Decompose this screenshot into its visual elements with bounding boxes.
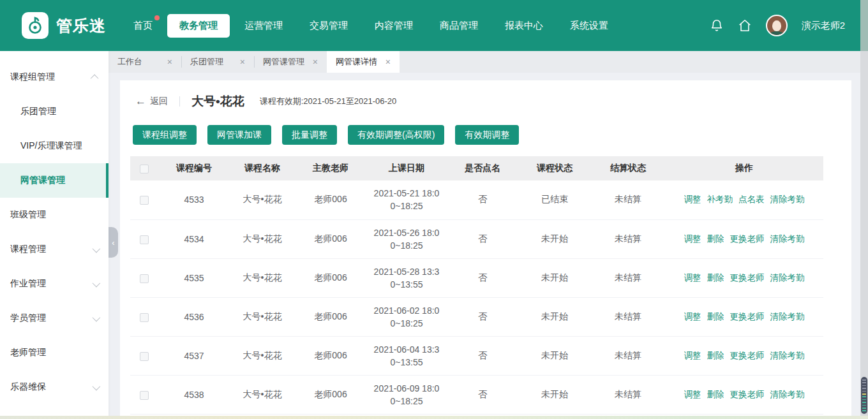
cell-course-id: 4533 — [158, 180, 230, 219]
action-link[interactable]: 补考勤 — [707, 194, 733, 205]
brand-logo[interactable] — [22, 12, 49, 39]
row-checkbox[interactable] — [140, 274, 149, 283]
action-link[interactable]: 删除 — [707, 272, 724, 284]
cell-teacher: 老师006 — [295, 336, 366, 375]
column-header: 课程名称 — [230, 156, 295, 180]
topnav-item[interactable]: 交易管理 — [297, 14, 360, 38]
action-link[interactable]: 调整 — [684, 233, 701, 245]
tab[interactable]: 乐团管理 × — [181, 51, 254, 73]
column-header: 主教老师 — [295, 156, 366, 180]
toolbar-button[interactable]: 网管课加课 — [207, 125, 271, 145]
sidebar-item[interactable]: 老师管理 — [0, 335, 108, 370]
action-link[interactable]: 调整 — [684, 272, 701, 284]
back-button[interactable]: ← 返回 — [135, 95, 168, 108]
action-link[interactable]: 清除考勤 — [770, 389, 805, 401]
cell-settlement: 未结算 — [591, 258, 665, 297]
toolbar-button[interactable]: 批量调整 — [282, 125, 337, 145]
cell-status: 未开始 — [518, 375, 591, 414]
cell-settlement: 未结算 — [591, 297, 665, 336]
action-link[interactable]: 清除考勤 — [770, 233, 805, 245]
row-checkbox[interactable] — [140, 313, 149, 322]
header-actions: 演示老师2 — [710, 15, 868, 36]
sidebar-item[interactable]: 班级管理 — [0, 198, 108, 232]
tab-label: 乐团管理 — [190, 56, 223, 68]
cell-rollcall: 否 — [447, 297, 518, 336]
sidebar-collapse-handle[interactable]: ‹ — [108, 227, 118, 258]
topnav-item[interactable]: 系统设置 — [558, 14, 620, 38]
home-icon[interactable] — [738, 18, 752, 33]
toolbar-button[interactable]: 有效期调整 — [455, 125, 519, 145]
topnav-item[interactable]: 首页 — [121, 14, 165, 38]
toolbar-button[interactable]: 有效期调整(高权限) — [348, 125, 444, 145]
close-icon[interactable]: × — [385, 57, 391, 66]
sidebar-item-label: 网管课管理 — [20, 175, 65, 186]
action-link[interactable]: 调整 — [684, 389, 701, 401]
select-all-checkbox[interactable] — [140, 165, 149, 173]
sidebar-item[interactable]: 网管课管理 — [0, 163, 108, 198]
action-link[interactable]: 点名表 — [738, 194, 765, 205]
sidebar-item[interactable]: 课程组管理 — [0, 60, 108, 94]
tab[interactable]: 网管课详情 × — [327, 51, 400, 73]
action-link[interactable]: 调整 — [684, 194, 701, 205]
username[interactable]: 演示老师2 — [802, 20, 845, 32]
action-link[interactable]: 更换老师 — [730, 311, 765, 323]
topnav-item[interactable]: 内容管理 — [363, 14, 425, 38]
action-link[interactable]: 删除 — [707, 389, 724, 401]
topnav-item-label: 交易管理 — [310, 20, 348, 31]
tab[interactable]: 工作台 × — [108, 51, 181, 73]
action-link[interactable]: 调整 — [684, 311, 701, 323]
row-checkbox[interactable] — [140, 235, 149, 244]
action-link[interactable]: 删除 — [707, 311, 724, 323]
chevron-icon — [93, 279, 101, 287]
action-link[interactable]: 删除 — [707, 233, 724, 245]
sidebar-item[interactable]: 课程管理 — [0, 232, 108, 267]
column-header: 上课日期 — [366, 156, 447, 180]
music-note-icon — [27, 17, 43, 34]
action-link[interactable]: 清除考勤 — [770, 194, 805, 205]
scrollbar-thumb[interactable] — [861, 377, 867, 414]
cell-settlement: 未结算 — [591, 375, 665, 414]
cell-course-id: 4536 — [158, 297, 230, 336]
table-row: 4537 大号•花花 老师006 2021-06-04 13:30~13:55 … — [130, 336, 823, 375]
page-scrollbar[interactable] — [860, 0, 868, 419]
toolbar-button[interactable]: 课程组调整 — [133, 125, 197, 145]
close-icon[interactable]: × — [167, 57, 172, 66]
action-link[interactable]: 清除考勤 — [770, 272, 805, 284]
topnav-item[interactable]: 运营管理 — [232, 14, 295, 38]
action-link[interactable]: 更换老师 — [730, 272, 765, 284]
topnav-item[interactable]: 报表中心 — [493, 14, 555, 38]
action-link[interactable]: 更换老师 — [730, 233, 765, 245]
content-area: ← 返回 大号•花花 课程有效期:2021-05-21至2021-06-20 课… — [108, 73, 868, 419]
close-icon[interactable]: × — [240, 57, 245, 66]
cell-course-id: 4534 — [158, 219, 230, 258]
action-link[interactable]: 删除 — [707, 350, 724, 362]
tab[interactable]: 网管课管理 × — [254, 51, 327, 73]
sidebar-item[interactable]: VIP/乐理课管理 — [0, 129, 108, 163]
bell-icon[interactable] — [710, 18, 724, 33]
topnav-item-label: 教务管理 — [179, 20, 218, 31]
close-icon[interactable]: × — [313, 57, 318, 66]
sidebar-item[interactable]: 乐团管理 — [0, 94, 108, 129]
tab-strip: 工作台 × 乐团管理 × 网管课管理 × 网管课详情 × — [108, 51, 868, 73]
topnav-item[interactable]: 教务管理 — [167, 14, 230, 38]
action-link[interactable]: 清除考勤 — [770, 311, 805, 323]
row-checkbox[interactable] — [140, 196, 149, 205]
action-link[interactable]: 更换老师 — [730, 389, 765, 401]
action-link[interactable]: 更换老师 — [730, 350, 765, 362]
tab-label: 网管课管理 — [263, 56, 304, 68]
cell-settlement: 未结算 — [591, 180, 665, 219]
table-header-row: 课程编号课程名称主教老师上课日期是否点名课程状态结算状态操作 — [130, 156, 823, 180]
row-checkbox[interactable] — [140, 352, 149, 361]
action-link[interactable]: 清除考勤 — [770, 350, 805, 362]
sidebar-item[interactable]: 作业管理 — [0, 267, 108, 301]
sidebar-item[interactable]: 学员管理 — [0, 301, 108, 335]
table-row: 4535 大号•花花 老师006 2021-05-28 13:30~13:55 … — [130, 258, 823, 297]
cell-status: 已结束 — [518, 180, 591, 219]
row-checkbox[interactable] — [140, 391, 149, 400]
avatar[interactable] — [766, 15, 788, 36]
sidebar-item[interactable]: 乐器维保 — [0, 370, 108, 404]
action-link[interactable]: 调整 — [684, 350, 701, 362]
topnav-item[interactable]: 商品管理 — [428, 14, 490, 38]
tab-label: 网管课详情 — [336, 56, 377, 68]
cell-rollcall: 否 — [447, 258, 518, 297]
